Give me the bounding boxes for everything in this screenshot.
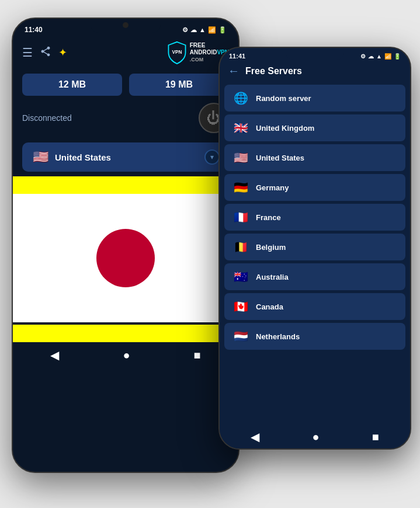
server-flag: 🇳🇱 [232, 329, 249, 343]
phone-left: 11:40 ⚙ ☁ ▲ 📶 🔋 ☰ ✦ VPN FREE ANDROID [12, 18, 239, 473]
server-item[interactable]: 🇨🇦 Canada [224, 293, 405, 320]
wifi-icon: ▲ [199, 26, 206, 33]
server-name: Germany [256, 183, 289, 192]
server-item[interactable]: 🇺🇸 United States [224, 144, 405, 171]
share-icon[interactable] [40, 46, 51, 60]
signal-icon: 📶 [208, 26, 216, 34]
status-icons-right: ⚙ ☁ ▲ 📶 🔋 [360, 53, 401, 60]
battery-icon: 🔋 [218, 26, 227, 34]
settings-icon-small: ⚙ [182, 26, 188, 34]
nav-back-left[interactable]: ◀ [50, 348, 59, 362]
server-name: Random server [256, 94, 311, 103]
notch-right [286, 48, 344, 60]
server-list: 🌐 Random server 🇬🇧 United Kingdom 🇺🇸 Uni… [220, 82, 410, 352]
server-item[interactable]: 🇩🇪 Germany [224, 174, 405, 201]
notch-left [91, 19, 161, 33]
server-flag: 🇧🇪 [232, 240, 249, 254]
battery-icon-right: 🔋 [394, 53, 401, 60]
status-icons-left: ⚙ ☁ ▲ 📶 🔋 [182, 26, 227, 34]
time-left: 11:40 [25, 26, 43, 34]
server-item[interactable]: 🇫🇷 France [224, 204, 405, 231]
settings-icon-right: ⚙ [360, 53, 366, 60]
toolbar-left: ☰ ✦ VPN FREE ANDROIDVPN .COM [13, 36, 238, 69]
signal-icon-right: 📶 [384, 53, 391, 60]
status-row: Disconnected ⏻ [13, 100, 238, 138]
server-name: Canada [256, 302, 283, 311]
svg-text:VPN: VPN [172, 50, 182, 55]
rate-icon[interactable]: ✦ [58, 46, 67, 59]
server-item[interactable]: 🇳🇱 Netherlands [224, 323, 405, 350]
server-flag: 🇩🇪 [232, 180, 249, 194]
nav-recent-right[interactable]: ■ [372, 430, 379, 444]
menu-icon[interactable]: ☰ [22, 46, 33, 60]
server-name: Australia [256, 273, 289, 281]
chevron-down-icon: ▾ [204, 149, 220, 165]
ad-banner-bottom[interactable] [13, 325, 238, 342]
wifi-icon-right: ▲ [376, 53, 382, 60]
back-button[interactable]: ← [228, 64, 239, 78]
server-flag: 🇬🇧 [232, 121, 249, 135]
nav-recent-left[interactable]: ■ [193, 349, 200, 362]
nav-home-left[interactable]: ● [123, 349, 130, 362]
server-name: France [256, 213, 281, 222]
bottom-nav-left: ◀ ● ■ [13, 342, 238, 368]
japan-circle [96, 229, 155, 287]
server-item[interactable]: 🇧🇪 Belgium [224, 234, 405, 260]
server-flag: 🌐 [232, 91, 249, 105]
server-flag: 🇦🇺 [232, 270, 249, 284]
nav-home-right[interactable]: ● [312, 430, 319, 444]
country-flag: 🇺🇸 [32, 149, 49, 165]
ad-banner-top[interactable] [13, 176, 238, 194]
server-item[interactable]: 🇦🇺 Australia [224, 263, 405, 290]
server-item[interactable]: 🇬🇧 United Kingdom [224, 114, 405, 141]
flag-display [13, 194, 238, 322]
server-name: Netherlands [256, 332, 300, 341]
stats-row: 12 MB 19 MB [13, 69, 238, 100]
country-selector[interactable]: 🇺🇸 United States ▾ [22, 142, 229, 172]
server-name: Belgium [256, 243, 286, 252]
country-name: United States [55, 152, 199, 162]
japan-flag [55, 211, 196, 305]
server-flag: 🇨🇦 [232, 300, 249, 314]
bottom-nav-right: ◀ ● ■ [220, 425, 410, 448]
server-item[interactable]: 🌐 Random server [224, 85, 405, 112]
connection-status: Disconnected [22, 113, 72, 123]
server-name: United Kingdom [256, 124, 314, 133]
header-right: ← Free Servers [220, 61, 410, 82]
nav-back-right[interactable]: ◀ [251, 430, 259, 444]
camera-left [123, 22, 129, 28]
time-right: 11:41 [229, 53, 245, 60]
server-flag: 🇫🇷 [232, 210, 249, 224]
upload-stat: 19 MB [129, 74, 229, 96]
phone-right: 11:41 ⚙ ☁ ▲ 📶 🔋 ← Free Servers 🌐 Random … [218, 47, 411, 450]
cloud-icon: ☁ [190, 26, 197, 34]
server-name: United States [256, 154, 304, 162]
server-flag: 🇺🇸 [232, 151, 249, 165]
header-title: Free Servers [245, 66, 302, 76]
download-stat: 12 MB [22, 74, 122, 96]
cloud-icon-right: ☁ [368, 53, 374, 60]
